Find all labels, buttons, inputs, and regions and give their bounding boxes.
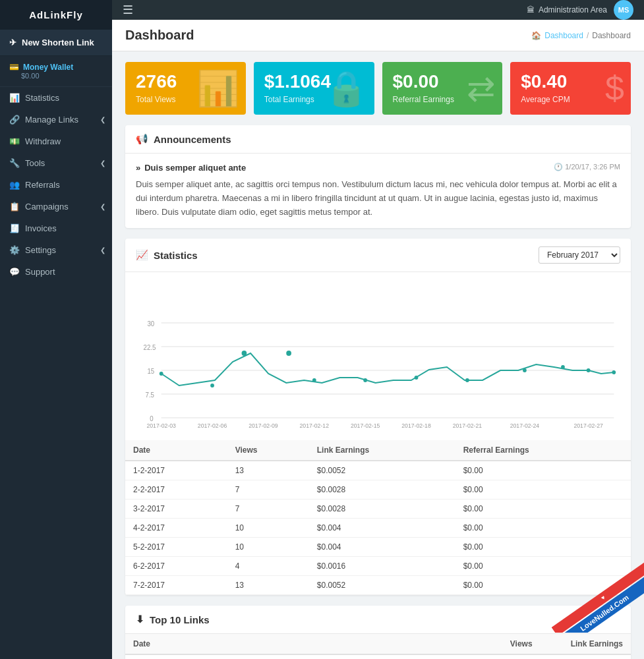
svg-point-24 <box>415 376 419 380</box>
stat-cards: 2766 Total Views 📊 $1.1064 Total Earning… <box>125 62 631 115</box>
svg-point-22 <box>312 378 316 382</box>
admin-icon: 🏛 <box>527 5 535 14</box>
period-select[interactable]: February 2017 January 2017 December 2016 <box>539 246 620 264</box>
table-row: 7-2-2017 13 $0.0052 $0.00 <box>125 576 631 595</box>
clock-icon: 🕐 <box>554 163 563 171</box>
svg-text:2017-02-03: 2017-02-03 <box>146 422 176 428</box>
svg-text:2017-02-06: 2017-02-06 <box>198 422 227 428</box>
table-row: 5-2-2017 10 $0.004 $0.00 <box>125 538 631 557</box>
svg-point-28 <box>587 368 591 372</box>
support-icon: 💬 <box>9 267 20 277</box>
table-row: 3-2-2017 7 $0.0028 $0.00 <box>125 500 631 519</box>
tools-icon: 🔧 <box>9 158 20 168</box>
svg-point-26 <box>523 368 527 372</box>
col-referral-earnings: Referral Earnings <box>455 440 631 461</box>
svg-text:30: 30 <box>147 320 154 328</box>
withdraw-icon: 💵 <box>9 136 20 146</box>
table-row: 2-2-2017 7 $0.0028 $0.00 <box>125 480 631 500</box>
top-links-panel: ⬇ Top 10 Links Date Views Link Earnings … <box>125 606 631 659</box>
sidebar-logo: AdLinkFly <box>0 0 112 30</box>
topbar: ☰ 🏛 Administration Area MS <box>112 0 644 20</box>
statistics-title: 📈 Statistics <box>136 249 198 261</box>
svg-point-19 <box>210 384 214 387</box>
hamburger-menu[interactable]: ☰ <box>123 3 133 17</box>
stat-card-total-views: 2766 Total Views 📊 <box>125 62 246 115</box>
svg-text:2017-02-27: 2017-02-27 <box>573 422 603 428</box>
svg-point-25 <box>465 378 469 382</box>
svg-point-29 <box>612 370 616 374</box>
chevron-right-icon-settings: ❮ <box>100 246 105 254</box>
download-icon: ⬇ <box>136 614 144 625</box>
paper-plane-icon: ✈ <box>9 38 16 47</box>
page-title: Dashboard <box>125 28 194 43</box>
svg-text:2017-02-09: 2017-02-09 <box>249 422 278 428</box>
svg-text:7.5: 7.5 <box>146 391 155 399</box>
sidebar-item-tools[interactable]: 🔧 Tools ❮ <box>0 152 112 174</box>
avatar[interactable]: MS <box>614 0 633 20</box>
chevron-right-icon-tools: ❮ <box>100 159 105 167</box>
svg-text:22.5: 22.5 <box>144 344 156 351</box>
stat-card-referral-earnings: $0.00 Referral Earnings ⇄ <box>382 62 503 115</box>
top-links-table: Date Views Link Earnings 🔗AdLinkFly - Mo… <box>125 634 631 659</box>
col-views: Views <box>227 440 309 461</box>
home-icon: 🏠 <box>531 31 541 40</box>
content-area: 2766 Total Views 📊 $1.1064 Total Earning… <box>112 51 644 659</box>
admin-area: 🏛 Administration Area <box>527 5 607 14</box>
svg-text:2017-02-15: 2017-02-15 <box>351 422 380 428</box>
svg-text:15: 15 <box>147 368 154 375</box>
chart-icon: 📈 <box>136 249 148 261</box>
table-row: 4-2-2017 10 $0.004 $0.00 <box>125 519 631 538</box>
chart-line <box>161 353 614 386</box>
table-row: 6-2-2017 4 $0.0016 $0.00 <box>125 557 631 576</box>
svg-point-27 <box>561 365 565 369</box>
top-links-col-earnings: Link Earnings <box>541 634 631 654</box>
svg-point-21 <box>286 351 291 356</box>
announcements-body: » Duis semper aliquet ante 🕐 1/20/17, 3:… <box>125 154 631 228</box>
announcements-header: 📢 Announcements <box>125 125 631 154</box>
svg-text:2017-02-12: 2017-02-12 <box>300 422 330 428</box>
sidebar-item-referrals[interactable]: 👥 Referrals <box>0 174 112 196</box>
breadcrumb-dashboard-link[interactable]: Dashboard <box>544 31 583 40</box>
invoices-icon: 🧾 <box>9 223 20 233</box>
stat-card-average-cpm: $0.40 Average CPM $ <box>510 62 631 115</box>
top-links-col-views: Views <box>490 634 541 654</box>
statistics-icon: 📊 <box>9 93 20 103</box>
period-dropdown[interactable]: February 2017 January 2017 December 2016 <box>539 246 620 264</box>
sidebar-item-invoices[interactable]: 🧾 Invoices <box>0 217 112 239</box>
bar-chart-icon: 📊 <box>196 69 239 109</box>
sidebar-item-campaigns[interactable]: 📋 Campaigns ❮ <box>0 196 112 217</box>
sidebar-item-support[interactable]: 💬 Support <box>0 261 112 283</box>
link-icon: 🔗 <box>9 115 20 125</box>
statistics-header: 📈 Statistics February 2017 January 2017 … <box>125 239 631 272</box>
main-content: ☰ 🏛 Administration Area MS Dashboard 🏠 D… <box>112 0 644 659</box>
stat-card-total-earnings: $1.1064 Total Earnings 🔒 <box>254 62 374 115</box>
svg-text:2017-02-24: 2017-02-24 <box>510 422 540 428</box>
new-shorten-link-button[interactable]: ✈ New Shorten Link <box>0 30 112 56</box>
chevron-right-icon: ❮ <box>100 116 105 123</box>
breadcrumb: 🏠 Dashboard / Dashboard <box>531 31 631 40</box>
top-links-col-date: Date <box>125 634 490 654</box>
referrals-icon: 👥 <box>9 180 20 190</box>
sidebar-item-withdraw[interactable]: 💵 Withdraw <box>0 130 112 152</box>
dollar-icon: $ <box>605 69 624 108</box>
announcement-meta: 🕐 1/20/17, 3:26 PM <box>554 163 620 171</box>
statistics-panel: 📈 Statistics February 2017 January 2017 … <box>125 239 631 595</box>
chevron-right-icon-campaigns: ❮ <box>100 203 105 210</box>
chart-dot <box>160 372 163 376</box>
svg-point-23 <box>363 378 367 382</box>
line-chart: 0 7.5 15 22.5 30 2017-02-03 2017-02-06 2… <box>136 283 620 428</box>
arrows-icon: ⇄ <box>467 69 496 108</box>
list-item: 🔗AdLinkFly - Monetized URL Shortener - P… <box>125 654 631 659</box>
table-row: 1-2-2017 13 $0.0052 $0.00 <box>125 461 631 480</box>
svg-text:2017-02-18: 2017-02-18 <box>401 422 431 428</box>
megaphone-icon: 📢 <box>136 133 148 145</box>
sidebar-item-settings[interactable]: ⚙️ Settings ❮ <box>0 239 112 261</box>
lock-icon: 🔒 <box>325 69 368 109</box>
announcement-text: Duis semper aliquet ante, ac sagittis or… <box>136 178 620 219</box>
sidebar-item-manage-links[interactable]: 🔗 Manage Links ❮ <box>0 109 112 130</box>
svg-point-20 <box>242 351 247 356</box>
chart-container: 0 7.5 15 22.5 30 2017-02-03 2017-02-06 2… <box>125 272 631 440</box>
sidebar: AdLinkFly ✈ New Shorten Link 💳 Money Wal… <box>0 0 112 659</box>
sidebar-item-statistics[interactable]: 📊 Statistics <box>0 87 112 109</box>
col-link-earnings: Link Earnings <box>309 440 455 461</box>
